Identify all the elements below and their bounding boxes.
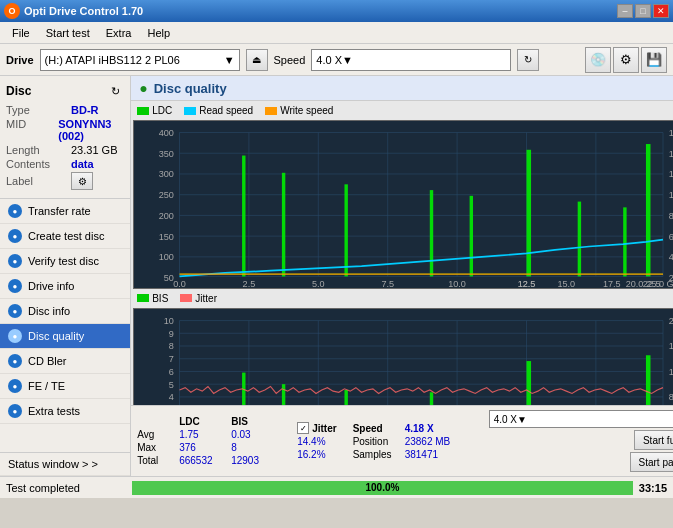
svg-text:5: 5	[169, 380, 174, 390]
disc-quality-icon: ●	[8, 329, 22, 343]
start-full-button[interactable]: Start full	[634, 430, 673, 450]
sidebar-item-verify-test-disc[interactable]: ● Verify test disc	[0, 249, 130, 274]
sidebar-item-transfer-rate[interactable]: ● Transfer rate	[0, 199, 130, 224]
svg-rect-50	[527, 150, 532, 277]
drive-select[interactable]: (H:) ATAPI iHBS112 2 PL06 ▼	[40, 49, 240, 71]
test-completed-label: Test completed	[6, 482, 126, 494]
svg-text:100: 100	[159, 252, 174, 262]
jitter-legend-label: Jitter	[195, 293, 217, 304]
refresh-button[interactable]: ↻	[517, 49, 539, 71]
sidebar-item-status-window[interactable]: Status window > >	[0, 453, 130, 476]
settings-icon-btn[interactable]: ⚙	[613, 47, 639, 73]
bis-total: 12903	[231, 455, 281, 466]
ldc-avg: 1.75	[179, 429, 229, 440]
contents-label: Contents	[6, 158, 71, 170]
sidebar-item-create-test-disc[interactable]: ● Create test disc	[0, 224, 130, 249]
sidebar-item-extra-tests[interactable]: ● Extra tests	[0, 399, 130, 424]
chevron-down-icon: ▼	[224, 54, 235, 66]
svg-rect-100	[527, 361, 532, 405]
speed-select-stats-value: 4.0 X	[494, 414, 517, 425]
drive-info-label: Drive info	[28, 280, 74, 292]
extra-tests-label: Extra tests	[28, 405, 80, 417]
label-icon-button[interactable]: ⚙	[71, 172, 93, 190]
svg-text:8: 8	[169, 341, 174, 351]
drive-select-value: (H:) ATAPI iHBS112 2 PL06	[45, 54, 224, 66]
start-part-button[interactable]: Start part	[630, 452, 674, 472]
menu-start-test[interactable]: Start test	[38, 25, 98, 41]
svg-text:20.0: 20.0	[626, 279, 644, 288]
sidebar-item-fe-te[interactable]: ● FE / TE	[0, 374, 130, 399]
time-display: 33:15	[639, 482, 667, 494]
svg-text:7.5: 7.5	[382, 279, 395, 288]
total-label: Total	[137, 455, 177, 466]
minimize-button[interactable]: –	[617, 4, 633, 18]
menu-extra[interactable]: Extra	[98, 25, 140, 41]
quality-icon: ●	[139, 80, 147, 96]
svg-text:300: 300	[159, 169, 174, 179]
eject-button[interactable]: ⏏	[246, 49, 268, 71]
svg-rect-53	[646, 144, 651, 276]
quality-title: Disc quality	[154, 81, 227, 96]
verify-test-disc-label: Verify test disc	[28, 255, 99, 267]
extra-tests-icon: ●	[8, 404, 22, 418]
disc-panel: Disc ↻ Type BD-R MID SONYNN3 (002) Lengt…	[0, 76, 130, 199]
samples-value: 381471	[405, 449, 475, 460]
quality-header: ● Disc quality	[131, 76, 673, 101]
stats-empty	[137, 416, 177, 427]
sidebar-item-drive-info[interactable]: ● Drive info	[0, 274, 130, 299]
menu-file[interactable]: File	[4, 25, 38, 41]
contents-value: data	[71, 158, 94, 170]
disc-icon-btn[interactable]: 💿	[585, 47, 611, 73]
svg-text:0.0: 0.0	[173, 279, 186, 288]
menu-help[interactable]: Help	[139, 25, 178, 41]
mid-value: SONYNN3 (002)	[58, 118, 124, 142]
verify-test-disc-icon: ●	[8, 254, 22, 268]
svg-rect-47	[345, 184, 348, 276]
create-test-disc-icon: ●	[8, 229, 22, 243]
svg-text:16%: 16%	[669, 341, 673, 351]
svg-rect-45	[242, 156, 245, 277]
toolbar-icons: 💿 ⚙ 💾	[585, 47, 667, 73]
svg-rect-51	[578, 202, 581, 277]
jitter-checkbox[interactable]: ✓	[297, 422, 309, 434]
position-value: 23862 MB	[405, 436, 475, 447]
speed-select[interactable]: 4.0 X ▼	[311, 49, 511, 71]
title-bar: O Opti Drive Control 1.70 – □ ✕	[0, 0, 673, 22]
svg-text:350: 350	[159, 149, 174, 159]
bottom-bar: Test completed 100.0% 33:15	[0, 476, 673, 498]
top-chart: 400 350 300 250 200 150 100 50 16 X 14 X…	[133, 120, 673, 289]
disc-info-icon: ●	[8, 304, 22, 318]
svg-text:400: 400	[159, 128, 174, 138]
maximize-button[interactable]: □	[635, 4, 651, 18]
sidebar-item-cd-bler[interactable]: ● CD Bler	[0, 349, 130, 374]
progress-bar-container: 100.0%	[132, 481, 633, 495]
svg-rect-52	[623, 207, 626, 276]
bis-legend-label: BIS	[152, 293, 168, 304]
speed-value: 4.18 X	[405, 423, 475, 434]
jitter-header: Jitter	[312, 423, 336, 434]
svg-text:15.0: 15.0	[558, 279, 576, 288]
sidebar-item-disc-info[interactable]: ● Disc info	[0, 299, 130, 324]
samples-header: Samples	[353, 449, 403, 460]
create-test-disc-label: Create test disc	[28, 230, 104, 242]
speed-select-stats[interactable]: 4.0 X ▼	[489, 410, 673, 428]
save-icon-btn[interactable]: 💾	[641, 47, 667, 73]
close-button[interactable]: ✕	[653, 4, 669, 18]
disc-refresh-icon[interactable]: ↻	[106, 82, 124, 100]
cd-bler-icon: ●	[8, 354, 22, 368]
svg-text:10.0: 10.0	[448, 279, 466, 288]
legend-write-speed: Write speed	[265, 105, 333, 116]
svg-rect-49	[470, 196, 473, 277]
write-speed-color	[265, 107, 277, 115]
disc-info-label: Disc info	[28, 305, 70, 317]
svg-text:6 X: 6 X	[669, 232, 673, 242]
mid-label: MID	[6, 118, 58, 142]
svg-text:9: 9	[169, 329, 174, 339]
sidebar-item-disc-quality[interactable]: ● Disc quality	[0, 324, 130, 349]
svg-text:4 X: 4 X	[669, 252, 673, 262]
main-content: Disc ↻ Type BD-R MID SONYNN3 (002) Lengt…	[0, 76, 673, 476]
svg-text:12%: 12%	[669, 367, 673, 377]
write-speed-label: Write speed	[280, 105, 333, 116]
svg-rect-97	[282, 384, 285, 405]
charts-area: LDC Read speed Write speed	[131, 101, 673, 405]
